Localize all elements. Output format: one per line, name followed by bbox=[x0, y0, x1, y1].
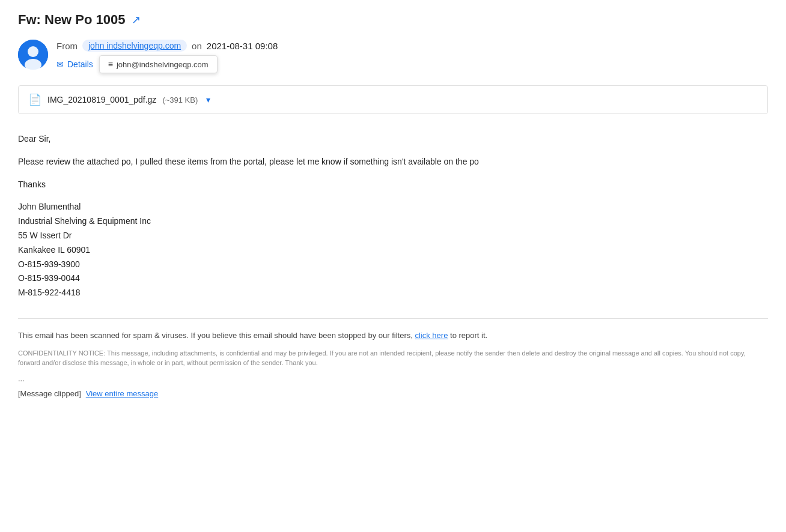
date-value: 2021-08-31 09:08 bbox=[207, 41, 278, 51]
avatar bbox=[18, 40, 48, 70]
body-paragraph1: Please review the attached po, I pulled … bbox=[18, 155, 768, 169]
greeting: Dear Sir, bbox=[18, 132, 768, 147]
from-label: From bbox=[56, 41, 78, 51]
svg-point-1 bbox=[28, 46, 38, 57]
signature-phone1: O-815-939-3900 bbox=[18, 259, 80, 269]
attachment-size: (~391 KB) bbox=[162, 95, 198, 104]
details-label[interactable]: Details bbox=[67, 59, 93, 69]
signature-name: John Blumenthal bbox=[18, 202, 81, 211]
body-divider bbox=[18, 318, 768, 319]
attachment-name: IMG_20210819_0001_pdf.gz bbox=[47, 95, 156, 104]
from-line: From john indshelvingeqp.com on 2021-08-… bbox=[56, 40, 278, 52]
signature-address2: Kankakee IL 60901 bbox=[18, 245, 90, 255]
spam-text-after: to report it. bbox=[450, 331, 487, 340]
email-title: Fw: New Po 1005 bbox=[18, 12, 126, 28]
sender-info: From john indshelvingeqp.com on 2021-08-… bbox=[56, 40, 278, 73]
clipped-row: [Message clipped] View entire message bbox=[18, 389, 768, 398]
signature-phone2: O-815-939-0044 bbox=[18, 273, 80, 283]
email-body: Dear Sir, Please review the attached po,… bbox=[18, 132, 768, 300]
on-label: on bbox=[192, 41, 202, 51]
ellipsis: ... bbox=[18, 374, 768, 383]
external-link-icon[interactable]: ↗ bbox=[132, 13, 141, 26]
envelope-icon: ✉ bbox=[56, 59, 64, 69]
details-row: ✉ Details ≡ john@indshelvingeqp.com bbox=[56, 55, 278, 73]
attachment-file-icon: 📄 bbox=[28, 93, 41, 106]
sender-row: From john indshelvingeqp.com on 2021-08-… bbox=[18, 40, 768, 73]
spam-text-before: This email has been scanned for spam & v… bbox=[18, 331, 413, 340]
tooltip-email: john@indshelvingeqp.com bbox=[117, 60, 209, 69]
signature-address1: 55 W Issert Dr bbox=[18, 231, 72, 240]
avatar-svg bbox=[18, 40, 48, 70]
attachment-dropdown-icon[interactable]: ▾ bbox=[206, 95, 210, 104]
email-tooltip: ≡ john@indshelvingeqp.com bbox=[99, 55, 218, 73]
body-thanks: Thanks bbox=[18, 178, 768, 192]
clipped-label: [Message clipped] bbox=[18, 389, 81, 398]
sender-email-chip[interactable]: john indshelvingeqp.com bbox=[82, 40, 187, 52]
spam-notice: This email has been scanned for spam & v… bbox=[18, 331, 768, 340]
click-here-link[interactable]: click here bbox=[415, 331, 448, 340]
lines-icon: ≡ bbox=[108, 59, 113, 69]
attachment-bar: 📄 IMG_20210819_0001_pdf.gz (~391 KB) ▾ bbox=[18, 85, 768, 114]
view-entire-message-link[interactable]: View entire message bbox=[86, 389, 158, 398]
signature-company: Industrial Shelving & Equipment Inc bbox=[18, 216, 151, 226]
confidentiality-notice: CONFIDENTIALITY NOTICE: This message, in… bbox=[18, 348, 768, 368]
email-title-row: Fw: New Po 1005 ↗ bbox=[18, 12, 768, 28]
body-signature: John Blumenthal Industrial Shelving & Eq… bbox=[18, 200, 768, 300]
signature-phone3: M-815-922-4418 bbox=[18, 288, 81, 297]
